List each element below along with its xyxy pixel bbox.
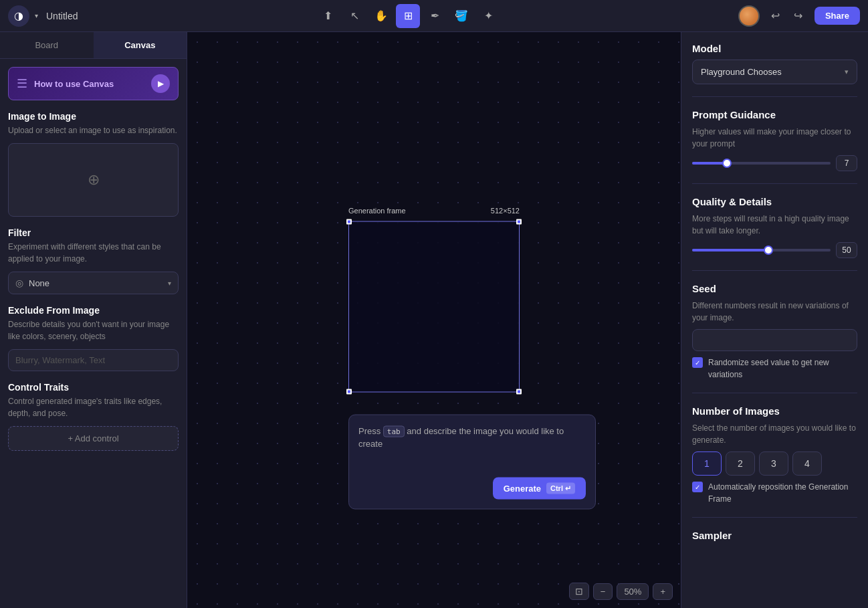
num-images-1[interactable]: 1 — [692, 451, 722, 476]
randomize-seed-checkbox[interactable]: ✓ — [692, 357, 703, 368]
divider-1 — [692, 96, 857, 97]
num-images-row: 1 2 3 4 — [692, 451, 857, 476]
exclude-title: Exclude From Image — [8, 305, 179, 316]
toolbar: ⬆ ↖ ✋ ⊞ ✒ 🪣 ✦ — [316, 4, 500, 28]
divider-3 — [692, 270, 857, 271]
undo-button[interactable]: ↩ — [765, 5, 786, 27]
seed-title: Seed — [692, 283, 857, 294]
move-tool[interactable]: ✋ — [369, 4, 393, 28]
prompt-press-text: Press — [358, 425, 383, 435]
left-panel-content: ☰ How to use Canvas ▶ Image to Image Upl… — [0, 59, 187, 459]
auto-reposition-label: Automatically reposition the Generation … — [708, 481, 857, 505]
filter-caret-icon: ▾ — [168, 280, 171, 287]
filter-title: Filter — [8, 227, 179, 238]
randomize-seed-row: ✓ Randomize seed value to get new variat… — [692, 357, 857, 381]
num-images-desc: Select the number of images you would li… — [692, 422, 857, 446]
filter-icon: ◎ — [15, 278, 23, 288]
exclude-desc: Describe details you don't want in your … — [8, 318, 179, 342]
quality-desc: More steps will result in a high quality… — [692, 213, 857, 237]
panel-tabs: Board Canvas — [0, 32, 187, 59]
zoom-out-button[interactable]: − — [593, 583, 613, 600]
divider-5 — [692, 517, 857, 518]
quality-slider-row: 50 — [692, 242, 857, 258]
generation-frame[interactable] — [348, 221, 520, 392]
image-upload-area[interactable]: ⊕ — [8, 143, 179, 217]
frame-size: 512×512 — [491, 206, 520, 214]
prompt-hint: Press tab and describe the image you wou… — [358, 424, 586, 450]
num-images-3[interactable]: 3 — [759, 451, 788, 476]
canvas-area[interactable]: Generation frame 512×512 Press tab and d… — [187, 32, 681, 608]
eyedropper-tool[interactable]: ✦ — [476, 4, 500, 28]
zoom-in-button[interactable]: + — [653, 583, 673, 600]
frame-handle-tl[interactable] — [346, 219, 352, 224]
prompt-box: Press tab and describe the image you wou… — [348, 414, 596, 509]
how-to-play-button[interactable]: ▶ — [151, 74, 170, 93]
filter-desc: Experiment with different styles that ca… — [8, 241, 179, 265]
canvas-tab[interactable]: Canvas — [94, 32, 187, 58]
quality-track[interactable] — [692, 249, 831, 251]
board-tab[interactable]: Board — [0, 32, 94, 58]
app-logo[interactable]: ◑ — [8, 5, 29, 27]
randomize-seed-label: Randomize seed value to get new variatio… — [708, 357, 857, 381]
redo-button[interactable]: ↪ — [788, 5, 809, 27]
exclude-input[interactable] — [8, 349, 179, 371]
prompt-guidance-value: 7 — [836, 155, 857, 171]
num-images-4[interactable]: 4 — [792, 451, 822, 476]
generation-frame-tool[interactable]: ⊞ — [396, 4, 420, 28]
divider-4 — [692, 393, 857, 393]
seed-desc: Different numbers result in new variatio… — [692, 300, 857, 324]
prompt-guidance-section: Prompt Guidance Higher values will make … — [692, 109, 857, 171]
add-control-button[interactable]: + Add control — [8, 426, 179, 451]
share-button[interactable]: Share — [815, 7, 860, 25]
sampler-title: Sampler — [692, 530, 857, 541]
left-panel: Board Canvas ☰ How to use Canvas ▶ Image… — [0, 32, 187, 608]
exclude-section: Exclude From Image Describe details you … — [8, 305, 179, 371]
sampler-section: Sampler — [692, 530, 857, 546]
app-menu-caret[interactable]: ▾ — [35, 12, 38, 19]
canvas-settings-button[interactable]: ⊡ — [569, 583, 589, 600]
auto-reposition-row: ✓ Automatically reposition the Generatio… — [692, 481, 857, 505]
fill-tool[interactable]: 🪣 — [449, 4, 473, 28]
frame-handle-bl[interactable] — [346, 389, 352, 394]
frame-handle-br[interactable] — [516, 389, 522, 394]
topbar-right: ↩ ↪ Share — [738, 5, 860, 27]
how-to-label: How to use Canvas — [34, 79, 144, 89]
frame-handle-tr[interactable] — [516, 219, 522, 224]
frame-label: Generation frame — [348, 206, 406, 214]
topbar: ◑ ▾ Untitled ⬆ ↖ ✋ ⊞ ✒ 🪣 ✦ ↩ ↪ Share — [0, 0, 868, 32]
prompt-guidance-slider-row: 7 — [692, 155, 857, 171]
model-section: Model Playground Chooses ▾ — [692, 43, 857, 84]
generate-shortcut: Ctrl ↵ — [546, 482, 575, 494]
seed-input[interactable] — [692, 329, 857, 351]
generate-button[interactable]: Generate Ctrl ↵ — [493, 477, 586, 499]
image-to-image-desc: Upload or select an image to use as insp… — [8, 124, 179, 136]
prompt-guidance-title: Prompt Guidance — [692, 109, 857, 120]
model-dropdown[interactable]: Playground Chooses ▾ — [692, 60, 857, 84]
num-images-2[interactable]: 2 — [726, 451, 755, 476]
filter-dropdown[interactable]: ◎ None ▾ — [8, 272, 179, 294]
export-tool[interactable]: ⬆ — [316, 4, 340, 28]
how-to-banner[interactable]: ☰ How to use Canvas ▶ — [8, 67, 179, 100]
filter-section: Filter Experiment with different styles … — [8, 227, 179, 294]
canvas-bottombar: ⊡ − 50% + — [569, 583, 673, 600]
quality-fill — [692, 249, 768, 251]
zoom-level: 50% — [617, 583, 649, 600]
prompt-guidance-track[interactable] — [692, 162, 831, 165]
select-tool[interactable]: ↖ — [342, 4, 366, 28]
number-of-images-section: Number of Images Select the number of im… — [692, 405, 857, 505]
control-traits-desc: Control generated image's traits like ed… — [8, 395, 179, 419]
image-to-image-title: Image to Image — [8, 111, 179, 122]
filter-selected: None — [29, 278, 162, 288]
image-to-image-section: Image to Image Upload or select an image… — [8, 111, 179, 217]
quality-thumb[interactable] — [764, 245, 773, 255]
quality-title: Quality & Details — [692, 196, 857, 207]
add-image-icon: ⊕ — [88, 171, 100, 189]
control-traits-section: Control Traits Control generated image's… — [8, 382, 179, 451]
num-images-title: Number of Images — [692, 405, 857, 417]
prompt-guidance-desc: Higher values will make your image close… — [692, 126, 857, 150]
prompt-guidance-thumb[interactable] — [722, 159, 732, 168]
pen-tool[interactable]: ✒ — [423, 4, 447, 28]
generate-label: Generate — [504, 483, 541, 493]
user-avatar[interactable] — [738, 5, 760, 27]
auto-reposition-checkbox[interactable]: ✓ — [692, 482, 703, 492]
